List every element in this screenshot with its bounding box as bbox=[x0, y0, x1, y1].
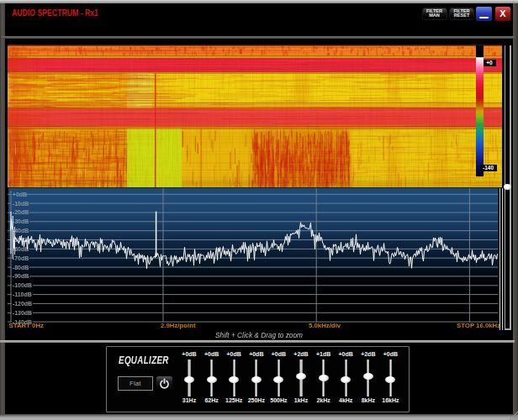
svg-text:-30dB: -30dB bbox=[13, 218, 29, 224]
svg-text:-110dB: -110dB bbox=[13, 291, 32, 297]
svg-text:-10dB: -10dB bbox=[13, 201, 29, 207]
svg-text:-80dB: -80dB bbox=[13, 265, 29, 270]
svg-text:-90dB: -90dB bbox=[13, 273, 29, 279]
svg-text:-120dB: -120dB bbox=[13, 301, 32, 307]
svg-text:+0dB: +0dB bbox=[13, 192, 27, 197]
svg-text:-70dB: -70dB bbox=[13, 255, 29, 261]
svg-text:-100dB: -100dB bbox=[13, 282, 32, 288]
svg-text:-130dB: -130dB bbox=[13, 310, 32, 316]
svg-text:-20dB: -20dB bbox=[13, 209, 29, 215]
